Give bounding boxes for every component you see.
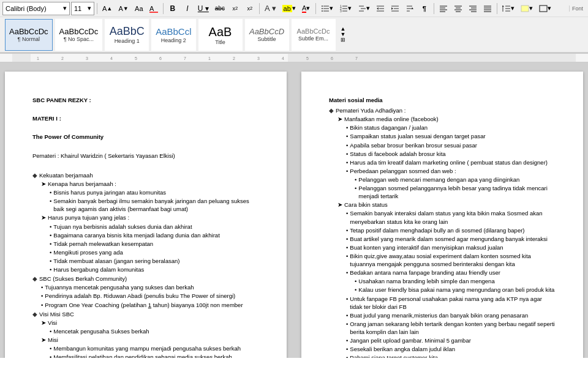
style-subtle-label: Subtle Em... bbox=[298, 35, 328, 42]
svg-text:2: 2 bbox=[233, 56, 235, 61]
manfaatkan-arrow: ➤Manfaatkan media online (facebook) bbox=[337, 115, 556, 123]
misi-bullets: •Membangun komunitas yang mampu menjadi … bbox=[50, 344, 259, 358]
bullet-tujuan: •Tujuan nya berbisnis adalah sukses duni… bbox=[50, 223, 259, 231]
svg-point-7 bbox=[322, 10, 323, 12]
b-jangan-pelit: •Jangan pelit upload gambar. Minimal 5 g… bbox=[346, 336, 556, 344]
clear-formatting-button[interactable]: A bbox=[147, 2, 160, 15]
change-case-button[interactable]: Aa bbox=[132, 2, 146, 15]
svg-marker-24 bbox=[391, 7, 393, 10]
underline-button[interactable]: U ▾ bbox=[195, 2, 211, 15]
text-effects-button[interactable]: A ▾ bbox=[262, 2, 279, 15]
harus-tujuan-arrow: ➤ Harus punya tujuan yang jelas : bbox=[41, 213, 259, 221]
styles-scroll-arrows[interactable]: ▲ ▼ ⊞ bbox=[341, 26, 346, 43]
style-subtitle[interactable]: AaBbCcD Subtitle bbox=[245, 19, 289, 51]
align-right-button[interactable] bbox=[466, 2, 480, 15]
bullet-bisnis: •Bisnis harus punya jaringan atau komuni… bbox=[50, 188, 259, 196]
numbering-button[interactable]: 123▾ bbox=[337, 2, 354, 15]
align-center-button[interactable] bbox=[451, 2, 465, 15]
page1-content: SBC PANEN REZKY : MATERI I : The Power O… bbox=[32, 96, 259, 358]
svg-text:5: 5 bbox=[306, 56, 309, 61]
pages-wrapper: SBC PANEN REZKY : MATERI I : The Power O… bbox=[0, 62, 588, 358]
style-heading2[interactable]: AaBbCcl Heading 2 bbox=[151, 19, 195, 51]
style-subtle-preview: AaBbCcDc bbox=[297, 28, 330, 35]
list-pemateri-yuda: ◆ Pemateri Yuda Adhadiyan : bbox=[329, 106, 556, 114]
list-kekuatan: ◆ Kekuatan berjamaah bbox=[32, 171, 259, 179]
kenapa-bullets: •Bisnis harus punya jaringan atau komuni… bbox=[50, 188, 259, 213]
subscript-button[interactable]: x2 bbox=[228, 2, 242, 15]
style-normal[interactable]: AaBbCcDc ¶ Normal bbox=[5, 19, 53, 51]
svg-text:6: 6 bbox=[331, 56, 333, 61]
bullet-memfasilitasi: •Memfasilitasi pelatihan dan pendidikan … bbox=[50, 353, 259, 358]
b-status-fb: •Status di facebook adalah brosur kita bbox=[346, 150, 556, 158]
style-normal-preview: AaBbCcDc bbox=[9, 27, 48, 37]
b-orang-jaman: •Orang jaman sekarang lebih tertarik den… bbox=[346, 320, 556, 336]
bold-button[interactable]: B bbox=[166, 2, 179, 15]
perbedaan-sub: •Pelanggan web mencari memang dengan apa… bbox=[355, 176, 556, 200]
bullet-pendirinya: •Pendirinya adalah Bp. Riduwan Abadi (pe… bbox=[41, 292, 259, 300]
visi-arrow: ➤Visi bbox=[41, 319, 259, 327]
style-title-preview: AaB bbox=[209, 24, 232, 39]
styles-more-arrow[interactable]: ⊞ bbox=[341, 37, 346, 43]
b-harus-ada-tim: •Harus ada tim kreatif dalam marketing o… bbox=[346, 158, 556, 166]
strikethrough-button[interactable]: abc bbox=[213, 2, 227, 15]
arrow-icon: ➤ bbox=[41, 180, 46, 188]
borders-button[interactable]: ▾ bbox=[537, 2, 554, 15]
italic-button[interactable]: I bbox=[181, 2, 194, 15]
font-size-dropdown[interactable]: 11 ▾ bbox=[71, 2, 94, 15]
shading-button[interactable]: ▾ bbox=[518, 2, 535, 15]
style-normal-label: ¶ Normal bbox=[18, 36, 40, 42]
materi-label bbox=[32, 105, 259, 113]
styles-ribbon: AaBbCcDc ¶ Normal AaBbCcDc ¶ No Spac... … bbox=[0, 17, 588, 53]
font-group-label: Font bbox=[569, 6, 586, 12]
toolbar-separator5 bbox=[434, 3, 434, 14]
b-untuk-fanpage: •Untuk fanpage FB personal usahakan paka… bbox=[346, 295, 556, 311]
arrow-icon2: ➤ bbox=[41, 213, 46, 221]
page-2: Materi sosial media ◆ Pemateri Yuda Adha… bbox=[301, 72, 583, 358]
style-heading1[interactable]: AaBbC Heading 1 bbox=[105, 19, 149, 51]
increase-indent-button[interactable] bbox=[388, 2, 402, 15]
font-color-button[interactable]: A▾ bbox=[300, 2, 313, 15]
svg-text:4: 4 bbox=[282, 56, 284, 61]
b-usahakan: •Usahakan nama branding lebih simple dan… bbox=[355, 277, 556, 285]
bullet-tidak-membuat: •Tidak membuat alasan (jangan sering ber… bbox=[50, 257, 259, 265]
ruler: 1 2 3 4 5 6 7 1 2 3 4 5 6 7 bbox=[0, 54, 588, 62]
line-spacing-button[interactable]: ▾ bbox=[500, 2, 517, 15]
power-community: The Power Of Community bbox=[32, 133, 259, 141]
style-subtitle-label: Subtitle bbox=[258, 36, 276, 42]
align-left-button[interactable] bbox=[437, 2, 450, 15]
bullet-program-oyc: •Program One Year Coaching (pelatihan 1 … bbox=[41, 301, 259, 309]
bullet-semakin: •Semakin banyak berbagi ilmu semakin ban… bbox=[50, 197, 259, 213]
font-size-value: 11 bbox=[74, 5, 81, 12]
highlight-button[interactable]: ab▾ bbox=[280, 2, 298, 15]
style-subtle-em[interactable]: AaBbCcDc Subtle Em... bbox=[292, 19, 336, 51]
svg-marker-20 bbox=[377, 7, 379, 10]
style-h1-label: Heading 1 bbox=[115, 38, 140, 44]
font-toolbar-row: Calibri (Body) ▾ 11 ▾ A▲ A▼ Aa A B I U ▾… bbox=[0, 0, 588, 17]
sort-button[interactable] bbox=[403, 2, 417, 15]
b-sampaikan: •Sampaikan status jualan sesuai dengan t… bbox=[346, 132, 556, 140]
superscript-button[interactable]: x2 bbox=[243, 2, 257, 15]
decrease-indent-button[interactable] bbox=[374, 2, 387, 15]
blank3 bbox=[32, 162, 259, 170]
b-pahami: •Pahami siapa target customer kita bbox=[346, 354, 556, 358]
page2-content: Materi sosial media ◆ Pemateri Yuda Adha… bbox=[329, 96, 556, 358]
font-name-dropdown[interactable]: Calibri (Body) ▾ bbox=[2, 2, 70, 15]
toolbar-separator2 bbox=[163, 3, 164, 14]
kenapa-arrow: ➤ Kenapa harus berjamaah : bbox=[41, 180, 259, 188]
style-h1-preview: AaBbC bbox=[110, 25, 145, 39]
bullet-membangun: •Membangun komunitas yang mampu menjadi … bbox=[50, 344, 259, 352]
b-pelanggan-sosmed: •Pelanggan sosmed pelanggannya lebih bes… bbox=[355, 184, 556, 200]
increase-font-button[interactable]: A▲ bbox=[100, 2, 115, 15]
decrease-font-button[interactable]: A▼ bbox=[116, 2, 130, 15]
svg-text:3: 3 bbox=[340, 9, 342, 13]
style-title[interactable]: AaB Title bbox=[198, 19, 243, 51]
page2-title: Materi sosial media bbox=[329, 96, 556, 104]
style-subtitle-preview: AaBbCcD bbox=[249, 27, 284, 37]
show-formatting-button[interactable]: ¶ bbox=[418, 2, 431, 15]
justify-button[interactable] bbox=[481, 2, 494, 15]
style-no-spacing[interactable]: AaBbCcDc ¶ No Spac... bbox=[55, 19, 103, 51]
multilevel-list-button[interactable]: ▾ bbox=[355, 2, 372, 15]
bullets-button[interactable]: ▾ bbox=[318, 2, 336, 15]
b-tetap-positif: •Tetap positif dalam menghadapi bully an… bbox=[346, 226, 556, 234]
b-buat-konten: •Buat konten yang interaktif dan menyisi… bbox=[346, 243, 556, 251]
